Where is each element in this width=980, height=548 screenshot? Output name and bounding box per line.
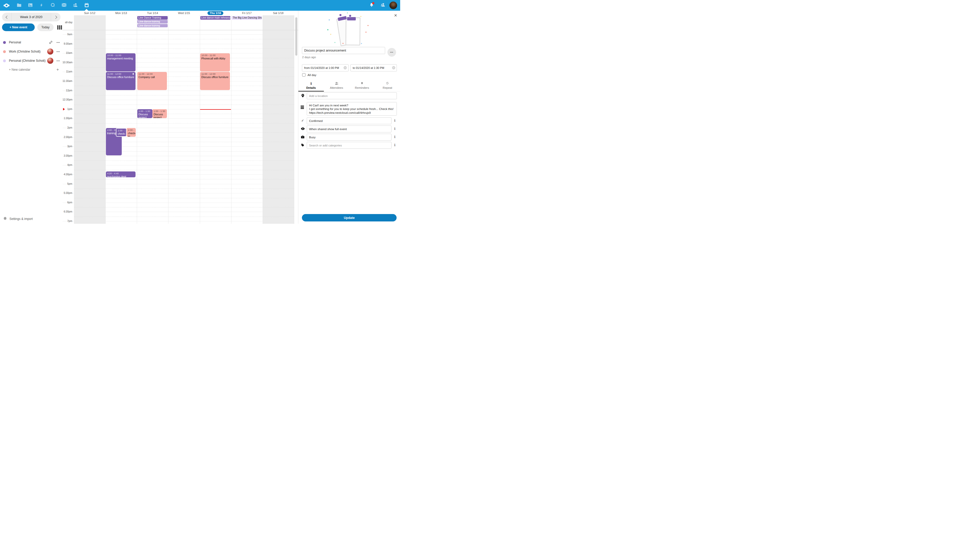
app-calendar[interactable] [81,0,92,11]
calendar-actions-menu[interactable]: ••• [56,59,60,62]
day-header-mon[interactable]: Mon 1/13 [105,11,137,15]
event-title-input[interactable] [302,47,385,54]
calendar-name: Personal (Christine Schott) [9,59,46,62]
app-files[interactable] [14,0,25,11]
app-talk[interactable] [47,0,59,11]
tab-details[interactable]: i Details [298,79,324,91]
availability-briefcase-icon [301,135,305,138]
repeat-icon [386,81,389,86]
today-button[interactable]: Today [37,24,54,31]
day-header-wed[interactable]: Wed 1/15 [168,11,200,15]
calendar-event[interactable]: 4:20 - 4:40purchasing dept [106,172,136,177]
tab-reminders[interactable]: Reminders [349,79,375,91]
calendar-list-item[interactable]: Work (Christine Schott)••• [0,47,62,56]
description-textarea[interactable]: Hi Carl! are you in next week? I got som… [307,102,397,116]
hour-line [62,81,294,81]
info-icon[interactable]: i [393,119,396,122]
info-icon[interactable]: i [393,143,396,147]
event-actions-menu-button[interactable]: ••• [387,48,396,57]
hour-line [62,156,294,156]
event-time: 10:00 - 11:00 [201,54,229,57]
day-header-sat[interactable]: Sat 1/18 [262,11,294,15]
all-day-event[interactable]: Line dance training [137,20,168,24]
calendar-event[interactable]: 10:00 - 11:00management meeting [106,53,136,71]
calendar-color-dot [3,59,6,62]
time-label: 10:30am [62,61,72,64]
status-select[interactable]: Confirmed [307,118,391,124]
calendar-event[interactable]: 11:00 - 12:00Discuss office furniture [106,72,136,90]
calendar-color-dot [3,41,6,44]
hour-line [62,193,294,194]
info-icon[interactable]: i [393,127,396,130]
day-label: Tue 1/14 [147,11,158,14]
hour-line [62,62,294,63]
categories-input[interactable] [307,142,391,149]
all-day-event[interactable]: Line dance training [137,24,168,27]
confetti-plus: + [334,41,336,44]
time-label: 9am [62,33,72,36]
new-event-button[interactable]: + New event [2,24,35,31]
close-panel-button[interactable]: × [394,13,397,18]
plus-icon: + [56,67,59,72]
settings-import-button[interactable]: Settings & import [3,216,33,221]
app-mail[interactable] [59,0,70,11]
availability-select[interactable]: Busy [307,134,391,141]
location-input[interactable] [307,92,397,99]
all-day-gutter-label: all-day [62,21,73,24]
app-photos[interactable] [25,0,36,11]
calendar-icon [84,3,89,8]
app-contacts[interactable] [70,0,81,11]
tab-repeat[interactable]: Repeat [375,79,400,91]
calendar-event[interactable]: 1:00 - 1:30Discuss project [152,109,167,118]
calendar-actions-menu[interactable]: ••• [56,41,60,44]
hour-line [62,165,294,165]
app-activity[interactable] [36,0,47,11]
calendar-event[interactable]: 10:00 - 11:00Phonecall with Abby [200,53,230,71]
app-sidebar: Week 3 of 2020 + New event Today Persona… [0,11,62,224]
event-time: 11:00 - 12:00 [201,73,229,76]
all-day-event[interactable]: Line dance main rehearsal [200,16,231,20]
calendar-list-item[interactable]: Personal (Christine Schott)••• [0,56,62,65]
clipboard-illustration: + + + + + [323,15,376,45]
user-avatar[interactable] [390,2,397,9]
share-link-icon[interactable] [49,40,53,44]
day-header-fri[interactable]: Fri 1/17 [231,11,262,15]
view-mode-toggle[interactable] [56,24,63,31]
contacts-icon [380,2,386,8]
quarter-hour-line [74,105,294,105]
calendar-actions-menu[interactable]: ••• [56,50,60,53]
calendar-scrollbar[interactable] [295,17,298,56]
previous-week-button[interactable] [2,13,12,21]
visibility-select[interactable]: When shared show full event [307,125,391,132]
tab-attendees[interactable]: Attendees [324,79,349,91]
calendar-event[interactable]: 2:00 - 2:30check-in [116,128,127,137]
day-header-tue[interactable]: Tue 1/14 [137,11,168,15]
confetti-plus: + [347,12,348,14]
calendar-list-item[interactable]: Personal••• [0,38,62,47]
calendar-event[interactable]: 11:00 - 12:00Discuss office furniture [200,72,230,90]
nextcloud-logo[interactable] [3,3,10,7]
hour-line [62,100,294,100]
all-day-event[interactable]: The Big Line Dancing Show [232,16,262,20]
all-day-label: All day [307,73,317,76]
settings-label: Settings & import [10,217,33,221]
event-end-input[interactable] [350,64,397,71]
event-start-input[interactable] [302,64,348,71]
update-button[interactable]: Update [302,214,396,221]
all-day-row: all-dayLine Dance TrainingLine dance tra… [62,15,298,30]
week-label[interactable]: Week 3 of 2020 [12,13,51,21]
calendar-event[interactable]: 1:00 - 1:30Discuss project announcement [137,109,152,118]
calendar-event[interactable]: 11:00 - 12:00Company call [137,72,167,90]
next-week-button[interactable] [51,13,60,21]
contacts-menu-button[interactable] [378,0,387,11]
new-calendar-button[interactable]: + New calendar + [0,65,62,74]
confetti-dot [366,32,366,33]
day-header-thu[interactable]: Thu 1/16 [200,11,231,15]
reminder-bell-icon [360,82,364,86]
day-header-sun[interactable]: Sun 1/12 [74,11,105,15]
notifications-button[interactable] [367,0,376,11]
calendar-event[interactable]: 2:00 - 2:30check-in [127,128,136,137]
all-day-checkbox[interactable] [302,73,305,76]
info-icon[interactable]: i [393,135,396,139]
all-day-event[interactable]: Line Dance Training [137,16,168,20]
